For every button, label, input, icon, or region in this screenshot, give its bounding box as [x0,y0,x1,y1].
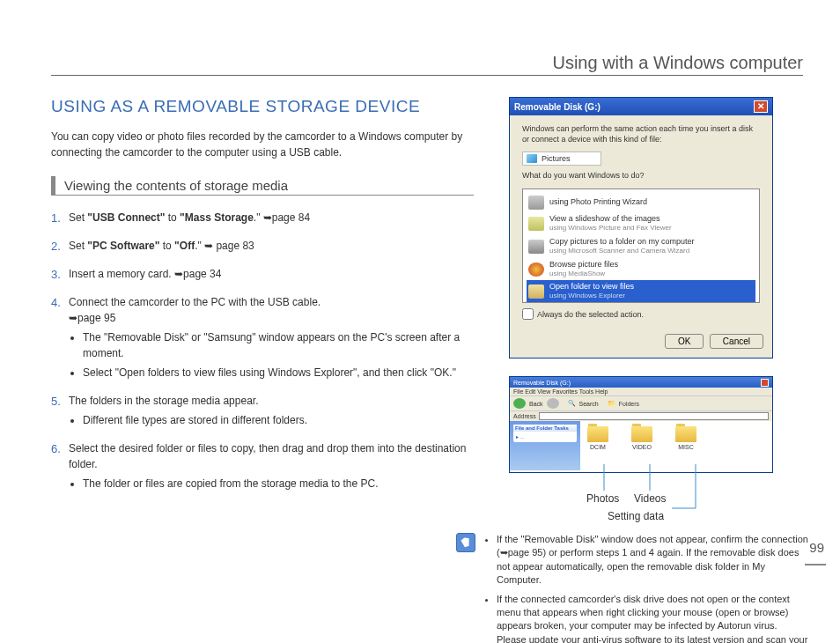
folder-icon [631,426,652,442]
explorer-toolbar: Back 🔍Search 📁Folders [510,395,772,410]
folders-pane: DCIM VIDEO MISC [580,421,772,470]
steps-list: Set "USB Connect" to "Mass Storage." ➥pa… [51,210,474,491]
dialog-title: Removable Disk (G:) [514,102,601,112]
setting-label: Setting data [608,510,664,522]
photos-label: Photos [586,492,619,505]
action-browse[interactable]: Browse picture filesusing MediaShow [527,258,755,281]
explorer-window: Removable Disk (G:) File Edit View Favor… [509,376,773,473]
right-column: Removable Disk (G:) ✕ Windows can perfor… [500,97,799,643]
note-box: If the "Removable Disk" window does not … [456,533,808,643]
subheading: Viewing the contents of storage media [51,176,474,195]
mediashow-icon [528,262,544,277]
step-5-bullet-1: Different file types are stored in diffe… [83,412,474,428]
step-2: Set "PC Software" to "Off." ➥ page 83 [51,238,474,254]
action-copy[interactable]: Copy pictures to a folder on my computer… [527,235,755,258]
address-field[interactable] [539,412,769,420]
explorer-titlebar: Removable Disk (G:) [510,377,772,388]
step-4-bullet-2: Select "Open folders to view files using… [83,365,474,381]
forward-icon[interactable] [547,398,559,409]
step-6-bullet-1: The folder or files are copied from the … [83,476,474,491]
page-number-rule [805,564,826,565]
action-open-folder[interactable]: Open folder to view filesusing Windows E… [527,280,755,303]
checkbox-icon[interactable] [522,308,534,320]
slideshow-icon [528,217,544,231]
left-column: USING AS A REMOVABLE STORAGE DEVICE You … [51,97,474,643]
close-icon[interactable] [761,379,769,387]
printer-icon [528,196,544,210]
always-checkbox[interactable]: Always do the selected action. [522,308,760,320]
cancel-button[interactable]: Cancel [710,334,763,349]
close-icon[interactable]: ✕ [754,100,768,113]
scanner-icon [528,240,544,254]
folder-dcim[interactable]: DCIM [587,426,608,450]
address-bar: Address [510,410,772,421]
picture-icon [527,154,537,163]
folder-misc[interactable]: MISC [675,426,696,450]
dialog-titlebar: Removable Disk (G:) ✕ [510,98,772,115]
note-icon [456,533,475,552]
step-5: The folders in the storage media appear.… [51,393,474,428]
explorer-menu[interactable]: File Edit View Favorites Tools Help [510,388,772,395]
note-1: If the "Removable Disk" window does not … [497,533,808,588]
step-6: Select the desired folder or files to co… [51,440,474,491]
dialog-message: Windows can perform the same action each… [522,124,760,144]
autoplay-dialog: Removable Disk (G:) ✕ Windows can perfor… [509,97,773,358]
dialog-prompt: What do you want Windows to do? [522,171,760,181]
videos-label: Videos [634,492,666,505]
intro-text: You can copy video or photo files record… [51,129,474,160]
section-title: USING AS A REMOVABLE STORAGE DEVICE [51,97,474,116]
callouts: Photos Videos Setting data [509,473,773,526]
tasks-pane: File and Folder Tasks ▸ ... [510,421,580,470]
pictures-label: Pictures [522,152,601,166]
action-print[interactable]: using Photo Printing Wizard [527,193,755,212]
folder-icon [528,285,544,299]
page-number: 99 [809,540,824,555]
header-rule [51,75,803,76]
step-3: Insert a memory card. ➥page 34 [51,266,474,282]
subheading-wrap: Viewing the contents of storage media [51,176,474,196]
note-2: If the connected camcorder's disk drive … [497,593,808,643]
step-4-bullet-1: The "Removable Disk" or "Samsung" window… [83,329,474,361]
action-list[interactable]: using Photo Printing Wizard View a slide… [522,188,760,303]
back-icon[interactable] [513,398,526,409]
action-slideshow[interactable]: View a slideshow of the imagesusing Wind… [527,212,755,235]
folder-icon [675,426,696,442]
folder-icon [587,426,608,442]
ok-button[interactable]: OK [665,334,704,349]
step-4: Connect the camcorder to the PC with the… [51,294,474,381]
page-header: Using with a Windows computer [552,53,803,73]
folder-video[interactable]: VIDEO [631,426,652,450]
step-1: Set "USB Connect" to "Mass Storage." ➥pa… [51,210,474,225]
